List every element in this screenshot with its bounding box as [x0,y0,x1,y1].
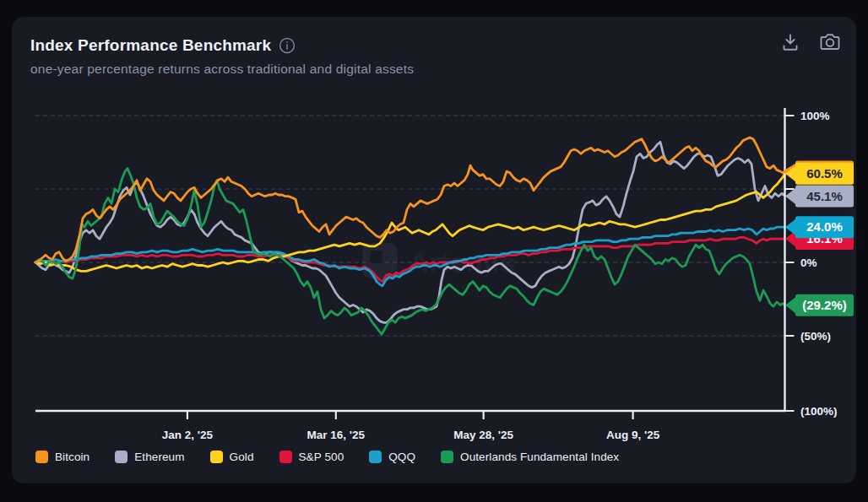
screenshot-button[interactable] [816,29,844,58]
chart-card: Artemis100%0%(50%)(100%)Jan 2, '25Mar 16… [12,17,856,483]
legend-swatch [441,451,453,463]
info-icon[interactable] [279,37,296,54]
x-tick-label: Mar 16, '25 [307,429,366,441]
legend-label: QQQ [388,451,415,463]
page-background: Artemis100%0%(50%)(100%)Jan 2, '25Mar 16… [0,0,868,502]
performance-chart: Artemis100%0%(50%)(100%)Jan 2, '25Mar 16… [12,17,856,483]
download-icon [780,32,800,55]
artemis-watermark: Artemis [362,243,516,278]
end-value-tag: 45.1% [785,186,854,208]
legend-item-qqq[interactable]: QQQ [369,451,415,463]
y-tick-label: (100%) [800,405,838,418]
series-line-bitcoin [35,138,785,262]
legend-label: S&P 500 [299,451,344,463]
legend-swatch [35,451,48,463]
x-tick-label: Jan 2, '25 [162,429,214,441]
legend-swatch [115,451,127,463]
legend-label: Bitcoin [55,451,90,463]
camera-icon [819,32,841,55]
y-tick-label: 100% [800,110,830,122]
legend-label: Outerlands Fundamental Index [460,451,619,463]
end-value-label: 60.5% [806,166,843,181]
legend: BitcoinEthereumGoldS&P 500QQQOuterlands … [35,451,619,463]
y-tick-label: 0% [800,256,817,269]
legend-item-bitcoin[interactable]: Bitcoin [35,451,90,463]
page-subtitle: one-year percentage returns across tradi… [30,62,838,77]
legend-swatch [279,451,292,463]
end-value-tag: 60.5% [785,163,854,185]
legend-item-ethereum[interactable]: Ethereum [115,451,184,463]
y-tick-label: (50%) [800,330,831,343]
end-value-tag: (29.2%) [785,294,854,316]
legend-swatch [369,451,382,463]
header-actions [777,29,844,58]
legend-label: Ethereum [134,451,184,463]
end-value-label: 45.1% [806,189,843,203]
x-tick-label: Aug 9, '25 [606,429,660,441]
legend-item-outerlands-fundamental-index[interactable]: Outerlands Fundamental Index [441,451,619,463]
download-button[interactable] [777,29,804,58]
end-value-label: 24.0% [806,219,843,234]
legend-item-s-p-500[interactable]: S&P 500 [279,451,344,463]
end-value-tag: 24.0% [785,216,854,238]
x-tick-label: May 28, '25 [453,429,513,441]
page-title: Index Performance Benchmark [30,35,271,56]
legend-item-gold[interactable]: Gold [210,451,254,463]
end-value-label: (29.2%) [802,298,847,312]
legend-swatch [210,451,223,463]
card-header: Index Performance Benchmark one-year per… [30,35,838,77]
legend-label: Gold [230,451,254,463]
